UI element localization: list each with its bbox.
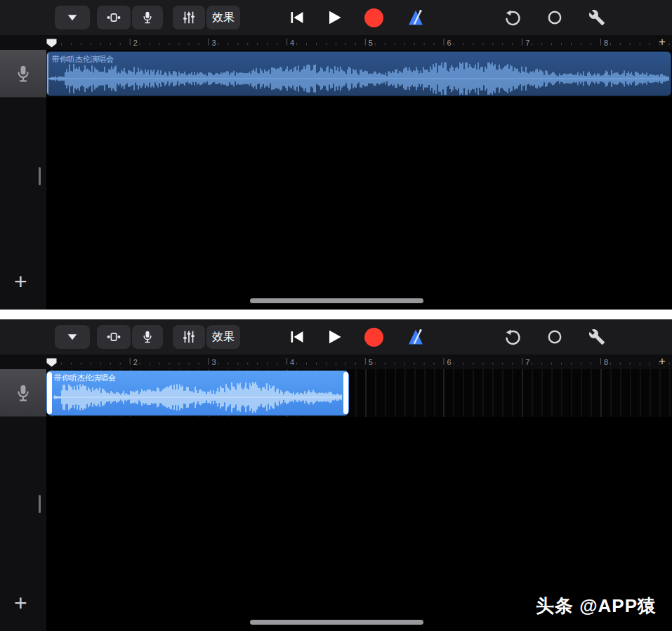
play-button[interactable] [322, 6, 347, 29]
trim-handle-left[interactable] [47, 372, 52, 414]
record-button[interactable] [361, 326, 386, 348]
svg-text:6: 6 [447, 358, 452, 366]
svg-text:5: 5 [369, 358, 373, 366]
region-title: 带你听杰伦演唱会 [54, 373, 116, 383]
track-header-audio-recorder[interactable] [0, 50, 46, 98]
effects-label: 效果 [212, 11, 235, 25]
svg-text:4: 4 [290, 39, 294, 47]
loop-browser-button[interactable] [545, 327, 565, 347]
svg-text:7: 7 [525, 358, 529, 366]
play-icon [324, 327, 344, 347]
record-dot-icon [364, 8, 383, 27]
track-view-button[interactable] [97, 325, 131, 349]
toolbar-group-navigation [55, 325, 90, 349]
settings-button[interactable] [587, 327, 607, 347]
playhead-line [47, 52, 48, 95]
svg-text:2: 2 [133, 39, 138, 47]
ruler-ticks: 2345678 [0, 354, 672, 369]
undo-button[interactable] [503, 8, 522, 27]
chevron-down-icon [65, 11, 79, 25]
toolbar: 效果 [0, 319, 672, 354]
audio-region[interactable]: 带你听杰伦演唱会 [46, 51, 671, 96]
song-settings-chevron-button[interactable] [55, 6, 90, 29]
toolbar-group-view [97, 6, 163, 29]
horizontal-scrollbar[interactable] [250, 620, 423, 625]
loop-browser-icon [546, 8, 564, 27]
metronome-button[interactable] [403, 326, 428, 348]
microphone-icon [13, 383, 34, 404]
toolbar-group-view [97, 325, 163, 349]
metronome-icon [406, 8, 426, 27]
microphone-icon [13, 63, 34, 84]
playhead-icon [46, 39, 57, 48]
metronome-icon [406, 327, 426, 347]
mixer-sliders-icon [180, 328, 197, 345]
wrench-icon [588, 9, 605, 26]
ruler-plus-button[interactable]: + [659, 354, 666, 369]
play-icon [324, 8, 344, 27]
region-title: 带你听杰伦演唱会 [52, 54, 114, 65]
svg-text:2: 2 [133, 358, 138, 366]
track-view-icon [105, 328, 122, 345]
track-controls-button[interactable] [173, 325, 205, 349]
garageband-screen-bottom: 效果 234 [0, 319, 672, 631]
svg-text:6: 6 [447, 39, 452, 47]
garageband-screen-top: 效果 234 [0, 0, 672, 310]
microphone-icon [140, 329, 155, 345]
svg-text:8: 8 [604, 39, 608, 47]
undo-icon [503, 8, 522, 27]
screenshot-stage: 效果 234 [0, 0, 672, 631]
record-button[interactable] [361, 6, 386, 29]
rewind-button[interactable] [284, 326, 310, 348]
effects-button[interactable]: 效果 [206, 325, 240, 349]
toolbar: 效果 [0, 0, 672, 35]
panel-divider [0, 310, 672, 319]
timeline-track-lane[interactable]: 带你听杰伦演唱会 [46, 369, 672, 417]
watermark: 头条 @APP猿 [536, 594, 657, 618]
rewind-button[interactable] [284, 6, 310, 29]
metronome-button[interactable] [403, 6, 428, 29]
vertical-scrollbar[interactable] [39, 167, 41, 185]
trim-handle-right[interactable] [343, 372, 348, 414]
track-controls-button[interactable] [173, 6, 205, 29]
track-view-button[interactable] [97, 6, 131, 29]
settings-button[interactable] [587, 8, 607, 27]
song-settings-chevron-button[interactable] [55, 325, 90, 349]
effects-label: 效果 [212, 330, 235, 345]
toolbar-group-effects: 效果 [173, 325, 240, 349]
microphone-icon [140, 10, 155, 25]
horizontal-scrollbar[interactable] [250, 298, 423, 303]
timeline-ruler[interactable]: 2345678 [0, 35, 672, 50]
mixer-sliders-icon [180, 9, 197, 26]
svg-text:4: 4 [290, 358, 294, 366]
loop-browser-icon [546, 328, 564, 346]
microphone-input-button[interactable] [132, 6, 163, 29]
playhead[interactable] [46, 357, 57, 366]
undo-icon [503, 328, 522, 346]
add-track-button[interactable]: + [14, 270, 27, 293]
playhead-icon [46, 358, 57, 367]
play-button[interactable] [322, 326, 347, 348]
vertical-scrollbar[interactable] [39, 495, 41, 513]
ruler-plus-button[interactable]: + [659, 35, 666, 50]
svg-text:3: 3 [211, 358, 216, 366]
timeline-ruler[interactable]: 2345678 [0, 354, 672, 369]
track-header-audio-recorder[interactable] [0, 369, 46, 417]
microphone-input-button[interactable] [132, 325, 163, 349]
waveform [48, 62, 669, 95]
audio-region-selected[interactable]: 带你听杰伦演唱会 [46, 371, 349, 416]
svg-text:7: 7 [525, 39, 529, 47]
chevron-down-icon [65, 330, 79, 344]
track-view-icon [105, 9, 122, 26]
wrench-icon [588, 328, 605, 345]
loop-browser-button[interactable] [545, 8, 565, 27]
playhead[interactable] [46, 38, 57, 47]
add-track-button[interactable]: + [14, 592, 27, 614]
record-dot-icon [364, 328, 383, 347]
waveform [53, 382, 342, 413]
effects-button[interactable]: 效果 [206, 6, 240, 29]
timeline-track-lane[interactable]: 带你听杰伦演唱会 [46, 50, 672, 98]
undo-button[interactable] [503, 327, 522, 347]
svg-text:3: 3 [211, 39, 216, 47]
svg-text:8: 8 [604, 358, 608, 366]
